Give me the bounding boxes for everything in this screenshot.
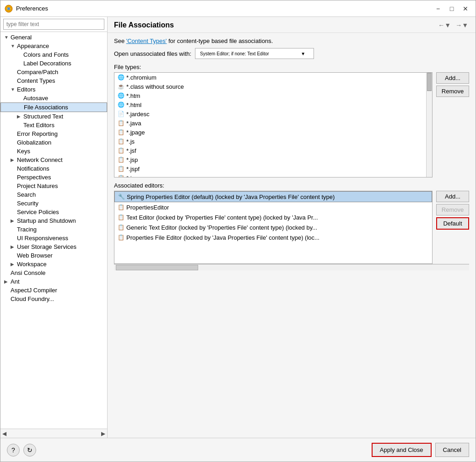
right-body: See 'Content Types' for content-type bas… [108,33,476,438]
tree-item-label: Appearance [17,43,49,49]
preferences-window: Preferences − □ ✕ ▼General▼Appearance Co… [0,0,476,462]
tree-item-security[interactable]: Security [0,199,107,208]
tree-item-ansi-console[interactable]: Ansi Console [0,269,107,277]
tree-item-ui-responsiveness[interactable]: UI Responsiveness [0,234,107,242]
file-type-icon: 🌐 [117,74,124,81]
assoc-editor-item[interactable]: 🔧 Spring Properties Editor (default) (lo… [114,191,432,202]
close-button[interactable]: ✕ [459,3,472,15]
file-type-icon: 🌐 [117,92,124,99]
tree-item-workspace[interactable]: ▶Workspace [0,260,107,269]
dropdown-value: System Editor; if none: Text Editor [200,51,269,56]
tree-item-structured-text[interactable]: ▶Structured Text [0,112,107,121]
content-types-link[interactable]: 'Content Types' [126,38,167,44]
forward-nav-button[interactable]: ▶ [100,430,106,437]
file-types-label: File types: [114,64,469,70]
tree-item-label: Compare/Patch [17,69,58,75]
assoc-list-container: 🔧 Spring Properties Editor (default) (lo… [114,191,433,264]
assoc-editor-item[interactable]: 📋 Generic Text Editor (locked by 'Proper… [114,222,432,232]
file-type-item[interactable]: 🌐 *.html [114,100,426,109]
tree-item-startup-shutdown[interactable]: ▶Startup and Shutdown [0,216,107,225]
tree-item-label: Project Natures [17,183,58,189]
tree-item-web-browser[interactable]: Web Browser [0,251,107,260]
tree-item-globalization[interactable]: Globalization [0,138,107,147]
tree-item-user-storage[interactable]: ▶User Storage Services [0,242,107,251]
svg-point-1 [7,7,10,10]
forward-arrow-button[interactable]: →▼ [454,21,470,30]
file-types-section: 🌐 *.chromium ☕ *.class without source 🌐 … [114,72,469,177]
tree-item-label-dec[interactable]: Label Decorations [0,59,107,68]
tree-item-label: Editors [17,86,35,93]
tree-item-colors-fonts[interactable]: Colors and Fonts [0,50,107,59]
scrollbar-track [427,73,432,177]
file-list-inner[interactable]: 🌐 *.chromium ☕ *.class without source 🌐 … [114,73,426,177]
tree-item-tracing[interactable]: Tracing [0,225,107,234]
file-type-item[interactable]: 📋 *.js [114,137,426,146]
tree-item-notifications[interactable]: Notifications [0,164,107,173]
open-unassoc-label: Open unassociated files with: [114,50,191,57]
tree-item-service-policies[interactable]: Service Policies [0,208,107,216]
file-type-item[interactable]: 📋 *.jsp [114,155,426,164]
editor-name: PropertiesEditor [126,204,169,211]
file-list-scrollbar[interactable] [426,73,432,177]
assoc-label: Associated editors: [114,182,469,189]
assoc-default-button[interactable]: Default [436,217,469,230]
file-type-item[interactable]: ☕ *.class without source [114,82,426,91]
assoc-section: 🔧 Spring Properties Editor (default) (lo… [114,191,469,264]
tree-item-text-editors[interactable]: Text Editors [0,121,107,129]
file-type-item[interactable]: 📋 *.jspf [114,164,426,173]
file-remove-button[interactable]: Remove [436,86,469,97]
tree-item-content-types[interactable]: Content Types [0,76,107,85]
editor-icon: 📋 [117,224,124,231]
tree-item-ant[interactable]: ▶Ant [0,277,107,286]
back-nav-button[interactable]: ◀ [1,430,7,437]
editor-icon: 📋 [117,204,124,211]
assoc-add-button[interactable]: Add... [436,191,469,202]
assoc-remove-button[interactable]: Remove [436,204,469,215]
assoc-editor-item[interactable]: 📋 Properties File Editor (locked by 'Jav… [114,232,432,242]
file-type-item[interactable]: 📄 *.jardesc [114,109,426,118]
tree-item-label: Text Editors [23,122,54,129]
tree-item-cloud-foundry[interactable]: Cloud Foundry... [0,295,107,303]
tree-item-general[interactable]: ▼General [0,33,107,42]
file-list-container: 🌐 *.chromium ☕ *.class without source 🌐 … [114,72,433,177]
tree-area: ▼General▼Appearance Colors and Fonts Lab… [0,32,107,429]
minimize-button[interactable]: − [432,3,444,15]
assoc-editor-item[interactable]: 📋 Text Editor (locked by 'Properties Fil… [114,212,432,222]
tree-item-aspectj-compiler[interactable]: AspectJ Compiler [0,286,107,295]
file-add-button[interactable]: Add... [436,72,469,84]
title-bar: Preferences − □ ✕ [0,0,476,17]
apply-close-button[interactable]: Apply and Close [372,443,432,457]
assoc-list-inner[interactable]: 🔧 Spring Properties Editor (default) (lo… [114,191,432,263]
tree-item-appearance[interactable]: ▼Appearance [0,42,107,50]
file-type-item[interactable]: 📋 *.jpage [114,128,426,137]
info-text: See [114,38,126,44]
file-type-item[interactable]: 🌐 *.chromium [114,73,426,82]
tree-item-project-natures[interactable]: Project Natures [0,182,107,190]
file-type-item[interactable]: 🌐 *.htm [114,91,426,100]
open-unassoc-dropdown[interactable]: System Editor; if none: Text Editor ▼ [195,48,314,59]
cancel-button[interactable]: Cancel [435,443,469,457]
info-suffix: for content-type based file associations… [168,38,273,44]
help-button[interactable]: ? [7,444,20,457]
tree-item-error-reporting[interactable]: Error Reporting [0,129,107,138]
bottom-h-scroll[interactable] [114,264,469,270]
tree-item-autosave[interactable]: Autosave [0,94,107,102]
filter-input[interactable] [3,19,104,30]
restore-defaults-button[interactable]: ↻ [23,444,36,457]
tree-arrow-icon: ▶ [11,244,16,249]
tree-item-compare-patch[interactable]: Compare/Patch [0,68,107,76]
tree-item-keys[interactable]: Keys [0,147,107,156]
file-type-item[interactable]: 📋 *.jspx [114,173,426,177]
maximize-button[interactable]: □ [445,3,458,15]
tree-item-search[interactable]: Search [0,190,107,199]
file-type-item[interactable]: 📋 *.jsf [114,146,426,155]
file-type-name: *.js [126,138,135,145]
tree-item-editors[interactable]: ▼Editors [0,85,107,94]
editor-name: Text Editor (locked by 'Properties File'… [126,214,318,221]
assoc-editor-item[interactable]: 📋 PropertiesEditor [114,202,432,212]
back-arrow-button[interactable]: ←▼ [436,21,453,30]
file-type-item[interactable]: 📋 *.java [114,118,426,128]
tree-item-perspectives[interactable]: Perspectives [0,173,107,182]
tree-item-network-connect[interactable]: ▶Network Connect [0,156,107,164]
tree-item-file-associations[interactable]: File Associations [0,102,107,112]
